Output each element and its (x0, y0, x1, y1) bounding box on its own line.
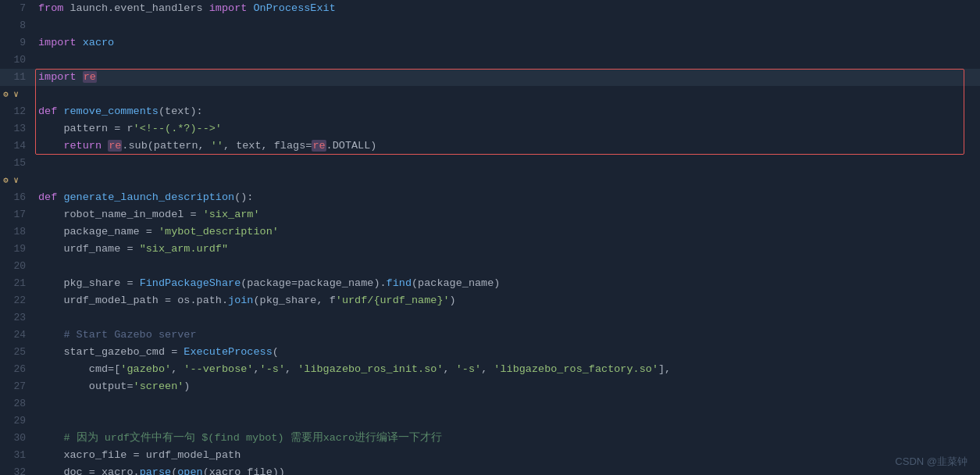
line-number: 11 (0, 69, 35, 86)
code-line: 24 # Start Gazebo server (0, 327, 980, 344)
line-number: 28 (0, 395, 35, 412)
code-line: 20 (0, 258, 980, 275)
line-number: 27 (0, 378, 35, 395)
code-line: ⚙ ∨ (0, 86, 980, 103)
code-line: 17 robot_name_in_model = 'six_arm' (0, 206, 980, 223)
line-content (35, 155, 980, 172)
code-line: 21 pkg_share = FindPackageShare(package=… (0, 275, 980, 292)
code-line: 12def remove_comments(text): (0, 103, 980, 120)
code-editor: 7from launch.event_handlers import OnPro… (0, 0, 980, 475)
line-number: 13 (0, 120, 35, 138)
code-line: 26 cmd=['gazebo', '--verbose','-s', 'lib… (0, 361, 980, 378)
line-number: 31 (0, 447, 35, 464)
code-line: 7from launch.event_handlers import OnPro… (0, 0, 980, 17)
gutter-icon: ⚙ ∨ (0, 172, 19, 189)
code-line: 32 doc = xacro.parse(open(xacro_file)) (0, 464, 980, 475)
line-content: package_name = 'mybot_description' (35, 223, 980, 241)
line-content: doc = xacro.parse(open(xacro_file)) (35, 464, 980, 475)
code-line: 14 return re.sub(pattern, '', text, flag… (0, 138, 980, 155)
line-number: 26 (0, 361, 35, 378)
line-number: 21 (0, 275, 35, 292)
line-number: 15 (0, 155, 35, 172)
code-line: 23 (0, 309, 980, 327)
code-line: 10 (0, 52, 980, 69)
line-number: 9 (0, 34, 35, 52)
line-content: start_gazebo_cmd = ExecuteProcess( (35, 344, 980, 361)
code-line: ⚙ ∨ (0, 172, 980, 189)
line-number: 8 (0, 17, 35, 34)
line-content: urdf_model_path = os.path.join(pkg_share… (35, 292, 980, 309)
line-number: 10 (0, 52, 35, 69)
line-content: # Start Gazebo server (35, 327, 980, 344)
line-number: 17 (0, 206, 35, 223)
line-number: 20 (0, 258, 35, 275)
line-content (35, 412, 980, 430)
code-line: 30 # 因为 urdf文件中有一句 $(find mybot) 需要用xacr… (0, 430, 980, 447)
line-content: def generate_launch_description(): (35, 189, 980, 206)
watermark: CSDN @韭菜钟 (895, 455, 968, 469)
line-number: 19 (0, 241, 35, 258)
line-content (35, 17, 980, 34)
code-line: 31 xacro_file = urdf_model_path (0, 447, 980, 464)
line-number: 24 (0, 327, 35, 344)
code-line: 13 pattern = r'<!--(.*?)-->' (0, 120, 980, 138)
code-line: 11import re (0, 69, 980, 86)
line-number: 16 (0, 189, 35, 206)
line-content (35, 309, 980, 327)
line-content: return re.sub(pattern, '', text, flags=r… (35, 138, 980, 155)
line-number: 22 (0, 292, 35, 309)
code-line: 8 (0, 17, 980, 34)
line-content: import re (35, 69, 980, 86)
line-number: 30 (0, 430, 35, 447)
code-line: 27 output='screen') (0, 378, 980, 395)
line-number: 25 (0, 344, 35, 361)
line-content: import xacro (35, 34, 980, 52)
line-number: 18 (0, 223, 35, 241)
line-content: def remove_comments(text): (35, 103, 980, 120)
code-line: 9import xacro (0, 34, 980, 52)
code-line: 22 urdf_model_path = os.path.join(pkg_sh… (0, 292, 980, 309)
gutter-icon: ⚙ ∨ (0, 86, 19, 103)
line-content: # 因为 urdf文件中有一句 $(find mybot) 需要用xacro进行… (35, 430, 980, 447)
line-number: 32 (0, 464, 35, 475)
line-content: cmd=['gazebo', '--verbose','-s', 'libgaz… (35, 361, 980, 378)
code-line: 29 (0, 412, 980, 430)
line-number: 23 (0, 309, 35, 327)
code-line: 16def generate_launch_description(): (0, 189, 980, 206)
line-content: pkg_share = FindPackageShare(package=pac… (35, 275, 980, 292)
code-line: 18 package_name = 'mybot_description' (0, 223, 980, 241)
line-content: robot_name_in_model = 'six_arm' (35, 206, 980, 223)
code-line: 25 start_gazebo_cmd = ExecuteProcess( (0, 344, 980, 361)
line-content (35, 52, 980, 69)
line-number: 7 (0, 0, 35, 17)
line-number: 14 (0, 138, 35, 155)
line-content: urdf_name = "six_arm.urdf" (35, 241, 980, 258)
line-content: pattern = r'<!--(.*?)-->' (35, 120, 980, 138)
line-content: output='screen') (35, 378, 980, 395)
code-line: 15 (0, 155, 980, 172)
line-number: 29 (0, 412, 35, 430)
line-content (35, 395, 980, 412)
line-content (35, 258, 980, 275)
line-content: from launch.event_handlers import OnProc… (35, 0, 980, 17)
code-line: 19 urdf_name = "six_arm.urdf" (0, 241, 980, 258)
line-content: xacro_file = urdf_model_path (35, 447, 980, 464)
code-line: 28 (0, 395, 980, 412)
line-number: 12 (0, 103, 35, 120)
